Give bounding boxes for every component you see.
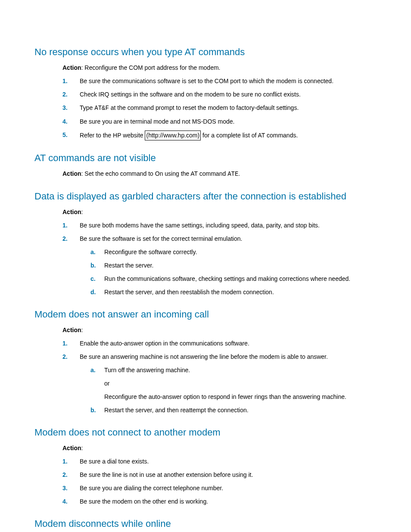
list-letter: c. bbox=[90, 274, 96, 283]
section-heading: No response occurs when you type AT comm… bbox=[34, 45, 377, 59]
list-number: 2. bbox=[62, 470, 68, 479]
sub-list-item: b.Restart the server, and then reattempt… bbox=[90, 406, 377, 415]
sub-extra-text: or bbox=[104, 379, 377, 388]
list-number: 2. bbox=[62, 90, 68, 99]
list-number: 5. bbox=[62, 131, 68, 140]
list-item: 4.Be sure you are in terminal mode and n… bbox=[62, 117, 377, 126]
action-text: : bbox=[81, 445, 83, 451]
action-text: : bbox=[81, 208, 83, 215]
sub-extra-text: Reconfigure the auto-answer option to re… bbox=[104, 392, 377, 401]
section-heading: Modem does not answer an incoming call bbox=[34, 307, 377, 321]
action-text: : bbox=[81, 327, 83, 333]
list-text-pre: Type bbox=[80, 104, 94, 111]
sub-list-item: c.Run the communications software, check… bbox=[90, 274, 377, 283]
ordered-list: 1.Be sure both modems have the same sett… bbox=[62, 221, 377, 297]
inline-code: AT&F bbox=[94, 105, 109, 112]
list-item: 1.Be sure the communications software is… bbox=[62, 77, 377, 86]
ordered-list: 1.Enable the auto-answer option in the c… bbox=[62, 339, 377, 415]
list-item: 2.Be sure the software is set for the co… bbox=[62, 234, 377, 297]
hyperlink[interactable]: (http://www.hp.com) bbox=[145, 131, 201, 140]
list-number: 2. bbox=[62, 234, 68, 243]
sub-list-text: Turn off the answering machine. bbox=[104, 367, 190, 373]
list-text: Be sure a dial tone exists. bbox=[80, 458, 149, 465]
action-label: Action bbox=[62, 327, 81, 333]
list-item: 3.Be sure you are dialing the correct te… bbox=[62, 484, 377, 493]
list-letter: a. bbox=[90, 248, 96, 257]
sub-list-text: Restart the server. bbox=[104, 262, 153, 269]
list-letter: d. bbox=[90, 288, 96, 297]
action-label: Action bbox=[62, 208, 81, 215]
list-letter: b. bbox=[90, 261, 96, 270]
ordered-list: 1.Be sure the communications software is… bbox=[62, 77, 377, 140]
sub-list-text: Reconfigure the software correctly. bbox=[104, 249, 197, 255]
list-item: 1.Be sure a dial tone exists. bbox=[62, 457, 377, 466]
list-text: Be sure the modem on the other end is wo… bbox=[80, 498, 208, 505]
list-item: 1.Enable the auto-answer option in the c… bbox=[62, 339, 377, 348]
action-line: Action: bbox=[62, 444, 377, 453]
list-text-pre: Refer to the HP website bbox=[80, 132, 145, 139]
sub-list: a.Turn off the answering machine. or Rec… bbox=[90, 366, 377, 415]
list-text: Be sure you are dialing the correct tele… bbox=[80, 485, 223, 492]
sub-list-text: Run the communications software, checkin… bbox=[104, 275, 350, 282]
sub-list-item: d.Restart the server, and then reestabli… bbox=[90, 288, 377, 297]
action-label: Action bbox=[62, 170, 81, 177]
list-letter: b. bbox=[90, 406, 96, 415]
section-heading: Data is displayed as garbled characters … bbox=[34, 189, 377, 203]
action-text-pre: : Set the echo command to On using the A… bbox=[81, 170, 228, 177]
action-line: Action: Reconfigure the COM port address… bbox=[62, 63, 377, 72]
list-number: 1. bbox=[62, 457, 68, 466]
list-text: Be sure both modems have the same settin… bbox=[80, 222, 320, 229]
list-item: 3.Type AT&F at the command prompt to res… bbox=[62, 103, 377, 113]
list-item: 1.Be sure both modems have the same sett… bbox=[62, 221, 377, 230]
action-text-post: . bbox=[238, 170, 240, 177]
list-item: 2.Be sure the line is not in use at anot… bbox=[62, 470, 377, 479]
action-line: Action: bbox=[62, 208, 377, 217]
list-text: Be sure an answering machine is not answ… bbox=[80, 353, 328, 360]
ordered-list: 1.Be sure a dial tone exists. 2.Be sure … bbox=[62, 457, 377, 506]
action-label: Action bbox=[62, 64, 81, 71]
list-number: 4. bbox=[62, 117, 68, 126]
list-number: 1. bbox=[62, 339, 68, 348]
list-item: 2.Check IRQ settings in the software and… bbox=[62, 90, 377, 99]
list-text-post: at the command prompt to reset the modem… bbox=[109, 104, 299, 111]
list-number: 1. bbox=[62, 77, 68, 86]
sub-list: a.Reconfigure the software correctly. b.… bbox=[90, 248, 377, 297]
action-label: Action bbox=[62, 445, 81, 451]
list-item: 4.Be sure the modem on the other end is … bbox=[62, 497, 377, 506]
list-text: Be sure the line is not in use at anothe… bbox=[80, 471, 253, 478]
list-number: 3. bbox=[62, 103, 68, 112]
inline-code: ATE bbox=[227, 171, 238, 177]
list-letter: a. bbox=[90, 366, 96, 375]
list-text: Be sure the communications software is s… bbox=[80, 78, 333, 84]
list-text: Be sure you are in terminal mode and not… bbox=[80, 118, 235, 125]
list-number: 1. bbox=[62, 221, 68, 230]
list-text: Be sure the software is set for the corr… bbox=[80, 235, 242, 242]
section-heading: Modem does not connect to another modem bbox=[34, 425, 377, 439]
list-item: 2.Be sure an answering machine is not an… bbox=[62, 352, 377, 415]
section-heading: AT commands are not visible bbox=[34, 151, 377, 165]
sub-list-item: a.Reconfigure the software correctly. bbox=[90, 248, 377, 257]
sub-list-text: Restart the server, and then reattempt t… bbox=[104, 407, 249, 414]
list-text: Check IRQ settings in the software and o… bbox=[80, 91, 301, 98]
sub-list-text: Restart the server, and then reestablish… bbox=[104, 289, 274, 296]
action-text: : Reconfigure the COM port address for t… bbox=[81, 64, 221, 71]
list-number: 2. bbox=[62, 352, 68, 361]
list-text-post: for a complete list of AT commands. bbox=[201, 132, 298, 139]
action-line: Action: Set the echo command to On using… bbox=[62, 169, 377, 179]
section-heading: Modem disconnects while online bbox=[34, 516, 377, 531]
sub-list-item: a.Turn off the answering machine. or Rec… bbox=[90, 366, 377, 401]
list-number: 3. bbox=[62, 484, 68, 493]
action-line: Action: bbox=[62, 326, 377, 335]
list-text: Enable the auto-answer option in the com… bbox=[80, 340, 249, 347]
list-item: 5.Refer to the HP website (http://www.hp… bbox=[62, 131, 377, 140]
list-number: 4. bbox=[62, 497, 68, 506]
sub-list-item: b.Restart the server. bbox=[90, 261, 377, 270]
